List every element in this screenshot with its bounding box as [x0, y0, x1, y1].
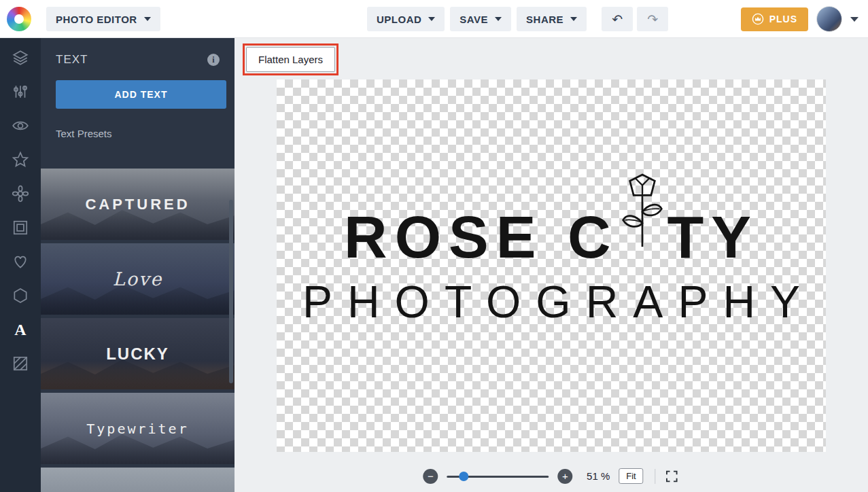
photo-editor-label: PHOTO EDITOR [56, 14, 137, 25]
zoom-in-button[interactable]: + [557, 469, 572, 484]
fullscreen-button[interactable] [665, 469, 680, 484]
layers-icon [12, 49, 29, 67]
fit-button[interactable]: Fit [619, 468, 643, 484]
undo-button[interactable]: ↶ [602, 7, 633, 31]
text-preset-lucky[interactable]: LUCKY [41, 318, 235, 389]
text-preset-typewriter[interactable]: Typewriter [41, 393, 235, 464]
sidebar-item-effects[interactable] [9, 151, 32, 169]
upload-label: UPLOAD [377, 14, 421, 25]
text-panel: TEXT i ADD TEXT Text Presets CAPTURED Lo… [41, 38, 235, 492]
panel-scrollbar[interactable] [229, 200, 233, 383]
preset-label [41, 468, 235, 492]
sidebar-item-textures[interactable] [9, 355, 32, 372]
redo-button[interactable]: ↷ [637, 7, 668, 31]
photo-editor-app: PHOTO EDITOR UPLOAD SAVE SHARE ↶ ↷ [0, 0, 868, 492]
text-preset-list: CAPTURED Love LUCKY Typewriter [41, 169, 235, 492]
sidebar-item-graphics[interactable] [9, 287, 32, 304]
workspace: Flatten Layers ROSE C [235, 38, 868, 492]
annotation-highlight-box: Flatten Layers [243, 43, 338, 75]
plus-upgrade-button[interactable]: PLUS [741, 7, 808, 31]
user-avatar[interactable] [816, 6, 842, 32]
text-preset-love[interactable]: Love [41, 243, 235, 315]
topbar-right-group: PLUS [741, 6, 858, 32]
text-preset-next[interactable] [41, 468, 235, 492]
logo-line1-right: TY [667, 207, 758, 267]
chevron-down-icon [495, 17, 502, 21]
save-button[interactable]: SAVE [450, 7, 511, 31]
star-icon [12, 151, 29, 169]
logo-line1-left: ROSE C [344, 207, 618, 267]
crown-badge-icon [752, 13, 764, 25]
add-text-button[interactable]: ADD TEXT [56, 80, 226, 109]
zoom-bar: − + 51 % Fit [423, 468, 679, 484]
zoom-out-button[interactable]: − [423, 469, 438, 484]
expand-icon [665, 469, 680, 484]
topbar-center-group: UPLOAD SAVE SHARE ↶ ↷ [367, 7, 668, 31]
rose-icon [621, 217, 664, 258]
panel-header: TEXT i [56, 53, 220, 67]
topbar-left-group: PHOTO EDITOR [7, 0, 160, 38]
zoom-slider[interactable] [447, 471, 549, 482]
undo-icon: ↶ [612, 12, 623, 27]
image-canvas[interactable]: ROSE C TY PHOTOGRAPHY [277, 80, 826, 452]
preset-label: Love [41, 243, 235, 315]
tool-rail: A [0, 38, 41, 492]
preset-label: CAPTURED [41, 169, 235, 240]
chevron-down-icon [428, 17, 435, 21]
redo-icon: ↷ [647, 12, 658, 27]
flower-icon [12, 185, 29, 203]
sidebar-item-touchup[interactable] [9, 117, 32, 135]
app-logo-icon[interactable] [7, 7, 31, 31]
text-presets-heading: Text Presets [56, 128, 220, 139]
upload-button[interactable]: UPLOAD [367, 7, 445, 31]
history-buttons: ↶ ↷ [602, 7, 668, 31]
logo-artwork: ROSE C TY PHOTOGRAPHY [277, 80, 826, 452]
frame-icon [12, 219, 29, 236]
zoom-slider-knob[interactable] [459, 472, 468, 481]
heart-icon [12, 253, 29, 270]
top-bar: PHOTO EDITOR UPLOAD SAVE SHARE ↶ ↷ [0, 0, 868, 38]
sidebar-item-overlays[interactable] [9, 253, 32, 270]
preset-label: LUCKY [41, 318, 235, 389]
chevron-down-icon [570, 17, 577, 21]
share-button[interactable]: SHARE [517, 7, 587, 31]
eye-icon [12, 117, 29, 135]
sidebar-item-frames[interactable] [9, 219, 32, 236]
share-label: SHARE [526, 14, 563, 25]
save-label: SAVE [459, 14, 488, 25]
preset-label: Typewriter [41, 393, 235, 464]
chevron-down-icon [144, 17, 151, 21]
sidebar-item-edit[interactable] [9, 83, 32, 101]
adjust-sliders-icon [12, 83, 29, 101]
text-tool-icon: A [14, 321, 26, 339]
sidebar-item-text[interactable]: A [9, 321, 32, 338]
plus-label: PLUS [769, 14, 797, 24]
texture-icon [12, 355, 29, 372]
photo-editor-menu-button[interactable]: PHOTO EDITOR [46, 7, 160, 31]
sidebar-item-artsy[interactable] [9, 185, 32, 203]
logo-line1: ROSE C TY [344, 207, 759, 267]
info-icon[interactable]: i [207, 54, 220, 66]
text-preset-captured[interactable]: CAPTURED [41, 169, 235, 240]
hexagon-icon [12, 287, 29, 304]
logo-line2: PHOTOGRAPHY [302, 279, 815, 324]
zoombar-divider [655, 469, 656, 484]
panel-title: TEXT [56, 53, 88, 67]
sidebar-item-layers[interactable] [9, 49, 32, 67]
account-chevron-down-icon[interactable] [850, 17, 858, 22]
flatten-layers-button[interactable]: Flatten Layers [246, 47, 335, 72]
zoom-percentage: 51 % [581, 470, 610, 482]
